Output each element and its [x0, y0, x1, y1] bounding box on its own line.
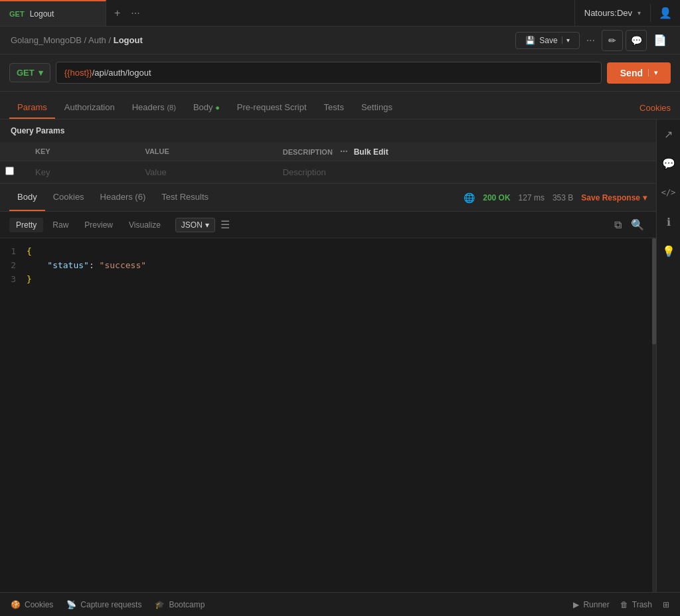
breadcrumb-part-1[interactable]: Golang_MongoDB — [11, 35, 82, 45]
bottom-runner[interactable]: ▶ Runner — [573, 600, 609, 609]
sidebar-comment-icon[interactable]: 💬 — [659, 154, 678, 173]
cookies-label: Cookies — [25, 600, 53, 609]
resp-tab-cookies[interactable]: Cookies — [45, 184, 92, 211]
bottom-trash[interactable]: 🗑 Trash — [620, 600, 652, 609]
request-tabs: Params Authorization Headers (8) Body ● … — [0, 92, 680, 119]
wrap-lines-button[interactable]: ☰ — [218, 216, 232, 234]
bottom-right: ▶ Runner 🗑 Trash ⊞ — [573, 600, 669, 609]
code-line-1: 1 { — [0, 245, 656, 259]
fmt-tab-visualize[interactable]: Visualize — [122, 218, 167, 232]
fmt-tab-raw[interactable]: Raw — [46, 218, 75, 232]
breadcrumb: Golang_MongoDB / Auth / Logout — [11, 35, 143, 45]
bottom-capture[interactable]: 📡 Capture requests — [66, 600, 141, 609]
save-button[interactable]: 💾 Save ▾ — [515, 32, 579, 49]
col-checkbox — [0, 142, 25, 161]
tab-body[interactable]: Body ● — [185, 97, 228, 119]
tab-tests[interactable]: Tests — [316, 97, 352, 119]
workspace-selector[interactable]: Natours:Dev ▾ — [574, 0, 650, 26]
send-dropdown-icon[interactable]: ▾ — [648, 69, 657, 76]
tab-name: Logout — [30, 9, 54, 19]
save-response-button[interactable]: Save Response ▾ — [581, 193, 647, 202]
fmt-tab-pretty[interactable]: Pretty — [9, 218, 43, 232]
capture-label: Capture requests — [80, 600, 141, 609]
bottom-bootcamp[interactable]: 🎓 Bootcamp — [155, 600, 205, 609]
bulk-edit-button[interactable]: Bulk Edit — [354, 147, 388, 157]
status-code: 200 OK — [483, 193, 510, 202]
workspace-name: Natours:Dev — [584, 8, 632, 18]
value-cell[interactable]: Value — [134, 161, 272, 183]
grid-icon: ⊞ — [663, 600, 669, 609]
url-input[interactable]: {{host}}/api/auth/logout — [56, 62, 602, 84]
line-number-2: 2 — [0, 259, 27, 273]
extra-icon-button[interactable]: 📄 — [651, 31, 669, 49]
top-tab-bar: GET Logout + ··· Natours:Dev ▾ 👤 — [0, 0, 680, 27]
method-label: GET — [17, 68, 35, 78]
scrollbar-thumb[interactable] — [652, 238, 656, 345]
sidebar-info-icon[interactable]: ℹ — [659, 212, 678, 231]
top-bar-right-icons: 👤 — [650, 4, 680, 22]
response-size: 353 B — [552, 193, 573, 202]
format-type-select[interactable]: JSON ▾ — [175, 218, 215, 232]
breadcrumb-part-2[interactable]: Auth — [88, 35, 106, 45]
response-header: Body Cookies Headers (6) Test Results 🌐 … — [0, 184, 656, 212]
active-tab[interactable]: GET Logout — [0, 0, 106, 26]
runner-label: Runner — [583, 600, 609, 609]
tab-params[interactable]: Params — [9, 97, 55, 119]
description-cell[interactable]: Description — [272, 161, 656, 183]
send-label: Send — [620, 68, 643, 78]
sidebar-send-icon[interactable]: ↗ — [659, 125, 678, 143]
params-section: Query Params KEY VALUE DESCRIPTION ··· B… — [0, 119, 656, 183]
url-host-variable: {{host}} — [64, 68, 92, 78]
sidebar-lightbulb-icon[interactable]: 💡 — [659, 242, 678, 260]
more-tabs-button[interactable]: ··· — [128, 5, 142, 22]
send-button[interactable]: Send ▾ — [607, 62, 671, 84]
col-description: DESCRIPTION ··· Bulk Edit — [272, 142, 656, 161]
edit-comment-button[interactable]: 💬 — [626, 30, 647, 51]
method-select[interactable]: GET ▾ — [9, 63, 50, 82]
row-checkbox[interactable] — [5, 167, 14, 175]
capture-icon: 📡 — [66, 600, 76, 609]
method-chevron-icon: ▾ — [39, 68, 43, 78]
sidebar-code-icon[interactable]: </> — [659, 183, 678, 202]
response-status: 🌐 200 OK 127 ms 353 B Save Response ▾ — [464, 193, 647, 203]
code-line-2: 2 "status": "success" — [0, 259, 656, 273]
resp-tab-headers[interactable]: Headers (6) — [92, 184, 154, 211]
tab-settings[interactable]: Settings — [353, 97, 400, 119]
save-response-label: Save Response — [581, 193, 640, 202]
key-cell[interactable]: Key — [25, 161, 134, 183]
code-area: 1 { 2 "status": "success" 3 } — [0, 238, 656, 592]
cookies-button[interactable]: Cookies — [639, 103, 671, 113]
profile-icon[interactable]: 👤 — [656, 4, 675, 22]
resp-tab-body[interactable]: Body — [9, 184, 45, 211]
format-bar: Pretty Raw Preview Visualize JSON ▾ ☰ ⧉ … — [0, 212, 656, 238]
bottom-cookies[interactable]: 🍪 Cookies — [11, 600, 53, 609]
save-dropdown-icon[interactable]: ▾ — [562, 37, 570, 44]
scrollbar[interactable] — [652, 238, 656, 592]
tabs-right: Cookies — [639, 102, 671, 119]
tab-prerequest[interactable]: Pre-request Script — [229, 97, 315, 119]
format-type-label: JSON — [181, 220, 203, 230]
params-table: KEY VALUE DESCRIPTION ··· Bulk Edit — [0, 142, 656, 183]
table-row: Key Value Description — [0, 161, 656, 183]
content-area: Query Params KEY VALUE DESCRIPTION ··· B… — [0, 119, 656, 592]
cookies-icon: 🍪 — [11, 600, 21, 609]
copy-response-button[interactable]: ⧉ — [612, 216, 624, 234]
resp-tab-test-results[interactable]: Test Results — [153, 184, 216, 211]
trash-icon: 🗑 — [620, 600, 628, 609]
format-type-chevron-icon: ▾ — [205, 220, 209, 230]
trash-label: Trash — [632, 600, 652, 609]
bottom-grid[interactable]: ⊞ — [663, 600, 669, 609]
search-response-button[interactable]: 🔍 — [628, 216, 647, 234]
edit-buttons: ✏ 💬 — [602, 30, 647, 51]
tab-headers[interactable]: Headers (8) — [124, 97, 184, 119]
line-number-3: 3 — [0, 273, 27, 287]
edit-pencil-button[interactable]: ✏ — [602, 30, 623, 51]
tab-authorization[interactable]: Authorization — [56, 97, 123, 119]
add-tab-button[interactable]: + — [112, 5, 123, 22]
tab-actions: + ··· — [106, 5, 148, 22]
col-more-icon[interactable]: ··· — [340, 146, 348, 157]
line-number-1: 1 — [0, 245, 27, 259]
more-actions-button[interactable]: ··· — [584, 32, 598, 49]
code-content-3: } — [27, 273, 32, 287]
fmt-tab-preview[interactable]: Preview — [78, 218, 120, 232]
